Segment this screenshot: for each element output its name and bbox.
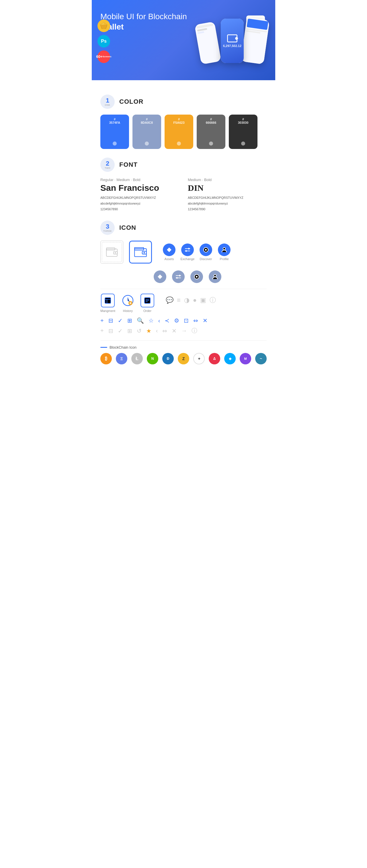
crypto-ark: Δ — [209, 353, 220, 364]
icon-assets-gray — [152, 271, 168, 283]
color-dot-blue — [113, 142, 117, 146]
icon-mid-row: Mangment History Order — [101, 293, 266, 313]
icon-close-gray: ✕ — [172, 328, 177, 334]
icon-info: ⓘ — [209, 296, 216, 305]
font-sf-nums: 1234567890 — [101, 207, 179, 212]
color-swatches-container: #3574FA #8DA0C8 #F5A623 #666666 #303030 — [101, 115, 266, 149]
icon-plus-gray: + — [101, 328, 104, 334]
font-sf-upper: ABCDEFGHIJKLMNOPQRSTUVWXYZ — [101, 195, 179, 201]
crypto-eth: Ξ — [116, 353, 127, 364]
icon-management-box — [101, 293, 115, 307]
icon-tools-gray-row: + ⊟ ✓ ⊞ ↺ ★ ‹ ⇔ ✕ → ⓘ — [101, 327, 266, 335]
font-sf-lower: abcdefghijklmnopqrstuvwxyz — [101, 201, 179, 207]
color-dot-orange — [177, 142, 181, 146]
icon-blue-wallet — [129, 241, 152, 264]
icon-swap: ⇔ — [193, 317, 198, 324]
icon-history-box — [121, 293, 135, 307]
font-grid: Regular · Medium · Bold San Francisco AB… — [101, 178, 266, 212]
icon-speech: ▣ — [200, 297, 206, 304]
icon-check: ✓ — [118, 317, 123, 324]
icon-refresh-gray: ↺ — [137, 328, 142, 334]
icon-chat: 💬 — [166, 297, 173, 304]
icon-assets-circle — [163, 244, 175, 256]
crypto-zcash: Z — [178, 353, 189, 364]
icon-exchange-gray — [170, 271, 186, 283]
icon-search: 🔍 — [137, 317, 144, 324]
color-swatch-dark: #303030 — [229, 115, 257, 149]
crypto-iota: ✦ — [193, 353, 205, 364]
icon-forward-gray: → — [181, 328, 187, 334]
icon-share: ≺ — [165, 317, 169, 324]
icon-qr: ⊞ — [127, 317, 132, 324]
icon-section-header: 3 THREE ICON — [101, 221, 266, 235]
icon-wireframe-wallet — [101, 241, 123, 264]
icon-doc-edit: ⊟ — [108, 317, 113, 324]
font-din-label: Medium · Bold — [188, 178, 266, 182]
font-section-title: FONT — [119, 161, 138, 168]
icon-discover: Discover — [198, 244, 214, 261]
icon-history: History — [121, 293, 135, 313]
icon-check-gray: ✓ — [118, 328, 123, 334]
icon-exchange-circle — [181, 244, 194, 256]
svg-marker-12 — [167, 248, 171, 252]
crypto-neo: N — [147, 353, 158, 364]
font-din-nums: 1234567890 — [188, 207, 266, 212]
phone-mockup-3 — [241, 17, 270, 64]
icon-upload: ⊡ — [184, 317, 189, 324]
icon-section-title: ICON — [119, 224, 136, 231]
icon-section-content: Assets Exchange Discover — [101, 241, 266, 364]
icon-assets-gray-circle — [154, 271, 166, 283]
icon-moon: ◑ — [184, 297, 190, 304]
icon-qr-gray: ⊞ — [127, 328, 132, 334]
phone-mockup-2: 6,297,502.12 — [221, 19, 244, 63]
crypto-other: ~ — [255, 353, 266, 364]
icon-layers: ≡ — [177, 297, 181, 304]
crypto-ltc: Ł — [131, 353, 143, 364]
hero-badges: Ps 60+Screens — [97, 20, 110, 63]
svg-rect-20 — [105, 298, 111, 303]
svg-point-11 — [144, 252, 145, 253]
icon-order-box — [140, 293, 154, 307]
font-din-name: DIN — [188, 183, 266, 193]
color-swatch-grayblue: #8DA0C8 — [133, 115, 161, 149]
icon-back: ‹ — [158, 317, 160, 324]
color-swatch-orange: #F5A623 — [165, 115, 193, 149]
font-din: Medium · Bold DIN ABCDEFGHIJKLMNOPQRSTUV… — [188, 178, 266, 212]
icon-management: Mangment — [101, 293, 115, 313]
icon-star: ☆ — [148, 317, 154, 324]
color-dot-grayblue — [145, 142, 149, 146]
icon-back-gray: ‹ — [156, 328, 158, 334]
color-section-num: 1 ONE — [101, 95, 115, 109]
color-section-title: COLOR — [119, 98, 143, 105]
font-sf-name: San Francisco — [101, 183, 179, 193]
badge-ps: Ps — [97, 35, 110, 48]
icon-gray-row — [152, 271, 266, 283]
badge-screens: 60+Screens — [97, 51, 110, 63]
icon-large-row: Assets Exchange Discover — [101, 241, 266, 264]
svg-point-15 — [223, 248, 225, 250]
icon-info-gray: ⓘ — [192, 327, 197, 335]
color-swatch-blue: #3574FA — [101, 115, 129, 149]
icon-exchange: Exchange — [179, 244, 196, 261]
icon-swap-gray: ⇔ — [162, 328, 167, 334]
icon-profile-gray — [207, 271, 223, 283]
font-din-lower: abcdefghijklmnopqrstuvwxyz — [188, 201, 266, 207]
icon-circle-fill: ● — [193, 297, 197, 304]
icon-profile-circle — [218, 244, 230, 256]
icon-profile: Profile — [216, 244, 232, 261]
blockchain-line — [101, 347, 107, 348]
icon-section-num: 3 THREE — [101, 221, 115, 235]
badge-sketch — [97, 20, 110, 32]
color-section-header: 1 ONE COLOR — [101, 95, 266, 109]
icon-plus: + — [101, 317, 104, 324]
crypto-btc: ₿ — [101, 353, 112, 364]
icon-profile-gray-circle — [209, 271, 221, 283]
svg-point-14 — [205, 249, 207, 251]
icon-assets: Assets — [161, 244, 177, 261]
blockchain-label: BlockChain Icon — [101, 345, 266, 349]
icon-doc-edit-gray: ⊟ — [108, 328, 113, 334]
icon-circle-group: Assets Exchange Discover — [161, 244, 232, 261]
font-section-header: 2 TWO FONT — [101, 158, 266, 172]
icon-discover-gray-circle — [190, 271, 203, 283]
font-sf-label: Regular · Medium · Bold — [101, 178, 179, 182]
